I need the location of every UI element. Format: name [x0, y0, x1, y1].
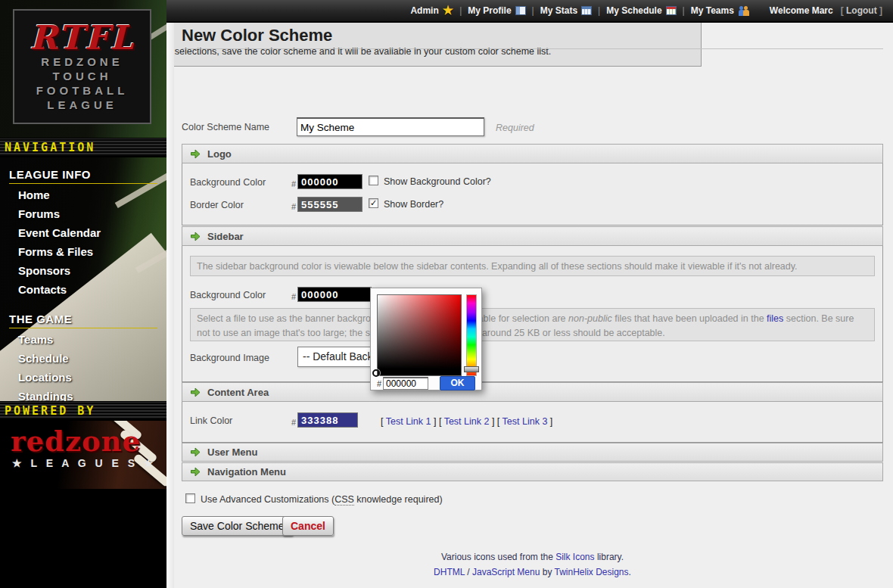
sidebar-item-teams[interactable]: Teams: [0, 330, 166, 349]
banner-image-note: Select a file to use as the banner backg…: [190, 308, 875, 341]
bracket: ]: [489, 416, 496, 427]
nav-section-the-game: THE GAME: [9, 313, 157, 328]
logo-border-color-label: Border Color: [190, 200, 244, 210]
silk-icons-link[interactable]: Silk Icons: [555, 552, 594, 562]
green-arrow-icon: [190, 232, 201, 241]
sidebar-nav: LEAGUE INFO Home Forums Event Calendar F…: [0, 157, 166, 401]
sidebar: RTFL REDZONE TOUCH FOOTBALL LEAGUE NAVIG…: [0, 0, 166, 588]
logout-label: Logout: [846, 5, 877, 16]
redzone-leagues-logo: redzone ★ L E A G U E S ★: [0, 421, 166, 489]
logout-link[interactable]: [ Logout ]: [841, 5, 882, 16]
topbar-item-label: My Schedule: [606, 5, 661, 16]
sidebar-item-sponsors[interactable]: Sponsors: [0, 261, 166, 280]
color-scheme-name-input[interactable]: [297, 117, 484, 136]
color-selection-cursor[interactable]: [372, 369, 380, 377]
picker-ok-button[interactable]: OK: [440, 376, 475, 390]
picker-hex-input[interactable]: [383, 377, 428, 390]
sidebar-item-contacts[interactable]: Contacts: [0, 280, 166, 299]
note-italic-text: non-public: [568, 313, 612, 324]
league-logo-line: FOOTBALL: [14, 83, 150, 98]
people-icon: [738, 6, 750, 16]
section-header-content-area[interactable]: Content Area: [182, 382, 883, 402]
topbar-item-my-stats[interactable]: My Stats: [540, 5, 592, 16]
sidebar-item-schedule[interactable]: Schedule: [0, 349, 166, 368]
bracket: [: [439, 416, 444, 427]
saturation-value-square[interactable]: [377, 294, 462, 376]
sidebar-item-forums[interactable]: Forums: [0, 204, 166, 223]
sidebar-item-forms-files[interactable]: Forms & Files: [0, 242, 166, 261]
show-bg-color-checkbox[interactable]: [369, 176, 378, 185]
league-logo-line: LEAGUE: [14, 98, 150, 112]
page-title: New Color Scheme: [182, 26, 332, 45]
dhtml-link[interactable]: DHTML: [434, 567, 465, 577]
hue-slider-bar[interactable]: [466, 294, 477, 376]
javascript-menu-link[interactable]: JavaScript Menu: [472, 567, 540, 577]
topbar-separator: |: [598, 5, 600, 16]
label-text: Use Advanced Customizations (: [201, 494, 334, 505]
topbar-item-label: My Profile: [468, 5, 511, 16]
bracket: ]: [431, 416, 439, 427]
hue-slider-handle[interactable]: [464, 366, 479, 372]
cancel-button[interactable]: Cancel: [282, 516, 334, 536]
section-body-logo: Background Color # 000000 Show Backgroun…: [182, 163, 883, 226]
section-header-logo[interactable]: Logo: [182, 144, 883, 163]
show-border-checkbox[interactable]: ✓: [369, 198, 378, 208]
test-links: [ Test Link 1 ] [ Test Link 2 ] [ Test L…: [381, 416, 552, 427]
test-link-2[interactable]: Test Link 2: [444, 416, 490, 427]
advanced-customizations-checkbox[interactable]: [185, 493, 195, 503]
topbar-separator: |: [683, 5, 685, 16]
navigation-header: NAVIGATION: [0, 138, 166, 157]
redzone-logo-text: redzone: [11, 427, 166, 456]
content-left-gutter: [166, 23, 174, 588]
title-divider: [182, 48, 883, 49]
logo-border-color-swatch[interactable]: 555555: [297, 197, 362, 212]
section-title: Content Area: [207, 387, 269, 398]
label-text: knowledge required): [354, 494, 443, 505]
section-body-content-area: Link Color # 333388 [ Test Link 1 ] [ Te…: [182, 402, 883, 443]
color-picker-popup: # OK: [370, 288, 482, 390]
sidebar-item-event-calendar[interactable]: Event Calendar: [0, 223, 166, 242]
sidebar-bg-color-label: Background Color: [190, 290, 266, 300]
section-header-navigation-menu[interactable]: Navigation Menu: [182, 462, 883, 481]
sidebar-item-locations[interactable]: Locations: [0, 368, 166, 387]
files-link[interactable]: files: [767, 313, 783, 324]
redzone-logo-subtext: ★ L E A G U E S ★: [12, 457, 166, 469]
topbar-item-my-teams[interactable]: My Teams: [691, 5, 750, 16]
twinhelix-link[interactable]: TwinHelix Designs: [555, 567, 629, 577]
test-link-1[interactable]: Test Link 1: [386, 416, 431, 427]
page: RTFL REDZONE TOUCH FOOTBALL LEAGUE NAVIG…: [0, 0, 893, 588]
hash-prefix: #: [377, 379, 381, 388]
topbar-item-label: My Stats: [540, 5, 577, 16]
logo-bg-color-swatch[interactable]: 000000: [297, 174, 362, 189]
star-icon: ★: [443, 6, 453, 15]
league-logo: RTFL REDZONE TOUCH FOOTBALL LEAGUE: [13, 9, 151, 124]
welcome-text: Welcome Marc: [770, 5, 833, 16]
hash-prefix: #: [291, 202, 296, 211]
sidebar-item-standings[interactable]: Standings: [0, 387, 166, 401]
sidebar-bg-color-swatch[interactable]: 000000: [297, 287, 372, 302]
calculator-icon: [581, 6, 592, 15]
section-header-sidebar[interactable]: Sidebar: [182, 226, 883, 246]
required-note: Required: [496, 123, 534, 133]
sidebar-logo-area: RTFL REDZONE TOUCH FOOTBALL LEAGUE: [0, 0, 166, 138]
topbar: Admin ★ | My Profile | My Stats | My Sch…: [166, 0, 893, 23]
section-title: Logo: [207, 148, 232, 160]
section-header-user-menu[interactable]: User Menu: [182, 443, 883, 462]
nav-section-league-info: LEAGUE INFO: [9, 168, 157, 184]
league-logo-line: TOUCH: [14, 69, 150, 83]
link-color-swatch[interactable]: 333388: [297, 412, 358, 428]
green-arrow-icon: [190, 447, 201, 457]
bracket: ]: [547, 416, 552, 427]
hash-prefix: #: [291, 292, 296, 301]
test-link-3[interactable]: Test Link 3: [503, 416, 548, 427]
css-abbr: CSS: [334, 494, 354, 506]
topbar-item-my-profile[interactable]: My Profile: [468, 5, 525, 16]
topbar-item-my-schedule[interactable]: My Schedule: [606, 5, 676, 16]
green-arrow-icon: [190, 387, 201, 397]
advanced-customizations-label: Use Advanced Customizations (CSS knowled…: [201, 494, 443, 505]
section-body-sidebar: The sidebar background color is viewable…: [182, 246, 883, 382]
topbar-item-admin[interactable]: Admin ★: [410, 5, 453, 16]
save-color-scheme-button[interactable]: Save Color Scheme: [182, 516, 293, 536]
background-image-label: Background Image: [190, 353, 269, 363]
sidebar-item-home[interactable]: Home: [0, 185, 166, 204]
